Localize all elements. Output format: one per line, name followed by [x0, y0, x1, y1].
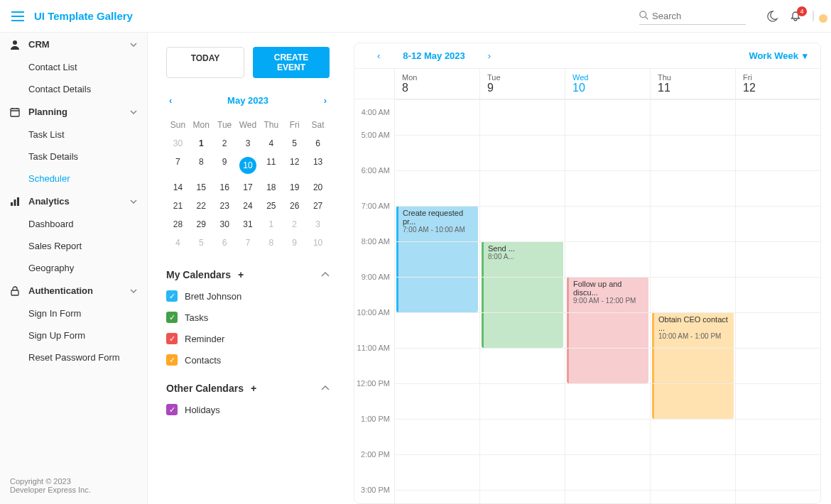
event[interactable]: Follow up and discu...9:00 AM - 12:00 PM	[567, 277, 648, 383]
cal-day[interactable]: 1	[190, 134, 213, 153]
avatar[interactable]	[813, 11, 814, 21]
cal-prev-icon[interactable]: ‹	[166, 92, 175, 109]
event[interactable]: Create requested pr...7:00 AM - 10:00 AM	[396, 206, 478, 312]
nav-item[interactable]: Reset Password Form	[0, 346, 147, 368]
calendar-item[interactable]: ✓Reminder	[166, 333, 330, 344]
day-column[interactable]: Create requested pr...7:00 AM - 10:00 AM	[394, 99, 479, 503]
collapse-othercal-icon[interactable]	[321, 385, 330, 391]
checkbox-icon[interactable]: ✓	[166, 290, 178, 302]
sched-range[interactable]: 8-12 May 2023	[403, 50, 465, 61]
cal-day[interactable]: 4	[259, 134, 283, 153]
cal-day[interactable]: 8	[259, 234, 283, 252]
search-box[interactable]	[639, 8, 746, 25]
cal-day[interactable]: 6	[213, 234, 237, 252]
nav-item[interactable]: Sign Up Form	[0, 324, 147, 346]
cal-day[interactable]: 25	[259, 197, 283, 215]
calendar-item[interactable]: ✓Brett Johnson	[166, 290, 330, 302]
cal-day[interactable]: 20	[306, 178, 330, 197]
cal-day[interactable]: 2	[283, 215, 306, 234]
cal-day[interactable]: 8	[190, 153, 213, 178]
nav-item[interactable]: Sign In Form	[0, 302, 147, 324]
cal-day[interactable]: 27	[306, 197, 330, 215]
cal-day[interactable]: 4	[166, 234, 190, 252]
event[interactable]: Send ...8:00 A...	[482, 241, 563, 348]
cal-day[interactable]: 9	[213, 153, 237, 178]
nav-item[interactable]: Dashboard	[0, 213, 147, 235]
cal-day[interactable]: 30	[213, 215, 237, 234]
nav-section-authentication[interactable]: Authentication	[0, 279, 147, 302]
nav-item[interactable]: Task List	[0, 124, 147, 146]
day-header[interactable]: Tue9	[479, 69, 565, 99]
cal-day[interactable]: 2	[213, 134, 237, 153]
cal-day[interactable]: 5	[190, 234, 213, 252]
day-header[interactable]: Thu11	[650, 69, 735, 99]
cal-day[interactable]: 10	[237, 153, 260, 178]
cal-month[interactable]: May 2023	[227, 95, 268, 106]
nav-item[interactable]: Contact List	[0, 56, 147, 78]
nav-section-planning[interactable]: Planning	[0, 100, 147, 124]
checkbox-icon[interactable]: ✓	[166, 354, 178, 366]
day-column[interactable]	[735, 99, 820, 503]
bell-icon[interactable]: 4	[790, 11, 801, 22]
nav-item[interactable]: Sales Report	[0, 235, 147, 257]
nav-section-crm[interactable]: CRM	[0, 33, 147, 56]
checkbox-icon[interactable]: ✓	[166, 312, 178, 323]
app-title[interactable]: UI Template Gallery	[34, 10, 133, 22]
calendar-item[interactable]: ✓Contacts	[166, 354, 330, 366]
day-header[interactable]: Fri12	[735, 69, 820, 99]
cal-day[interactable]: 22	[190, 197, 213, 215]
cal-day[interactable]: 26	[283, 197, 306, 215]
day-column[interactable]: Send ...8:00 A...	[479, 99, 565, 503]
cal-day[interactable]: 19	[283, 178, 306, 197]
add-calendar-icon[interactable]: +	[238, 269, 244, 280]
cal-day[interactable]: 1	[259, 215, 283, 234]
cal-day[interactable]: 5	[283, 134, 306, 153]
view-selector[interactable]: Work Week ▾	[749, 50, 808, 61]
cal-day[interactable]: 18	[259, 178, 283, 197]
event[interactable]: Obtain CEO contact ...10:00 AM - 1:00 PM	[652, 312, 734, 419]
nav-item[interactable]: Task Details	[0, 146, 147, 168]
cal-day[interactable]: 24	[237, 197, 260, 215]
nav-item[interactable]: Contact Details	[0, 78, 147, 100]
menu-icon[interactable]	[11, 11, 24, 21]
day-header[interactable]: Mon8	[394, 69, 479, 99]
cal-day[interactable]: 13	[306, 153, 330, 178]
cal-day[interactable]: 15	[190, 178, 213, 197]
cal-day[interactable]: 16	[213, 178, 237, 197]
cal-day[interactable]: 7	[166, 153, 190, 178]
dark-mode-icon[interactable]	[767, 11, 778, 22]
cal-day[interactable]: 17	[237, 178, 260, 197]
create-event-button[interactable]: CREATE EVENT	[253, 47, 330, 78]
cal-day[interactable]: 14	[166, 178, 190, 197]
cal-day[interactable]: 30	[166, 134, 190, 153]
nav-item[interactable]: Scheduler	[0, 168, 147, 190]
cal-day[interactable]: 21	[166, 197, 190, 215]
cal-day[interactable]: 10	[306, 234, 330, 252]
cal-day[interactable]: 12	[283, 153, 306, 178]
cal-day[interactable]: 6	[306, 134, 330, 153]
cal-day[interactable]: 3	[237, 134, 260, 153]
cal-day[interactable]: 3	[306, 215, 330, 234]
today-button[interactable]: TODAY	[166, 47, 244, 78]
cal-day[interactable]: 29	[190, 215, 213, 234]
cal-next-icon[interactable]: ›	[321, 92, 330, 109]
nav-section-analytics[interactable]: Analytics	[0, 190, 147, 213]
day-column[interactable]: Obtain CEO contact ...10:00 AM - 1:00 PM	[650, 99, 735, 503]
cal-day[interactable]: 31	[237, 215, 260, 234]
search-input[interactable]	[649, 8, 746, 24]
nav-item[interactable]: Geography	[0, 257, 147, 279]
cal-day[interactable]: 11	[259, 153, 283, 178]
cal-day[interactable]: 23	[213, 197, 237, 215]
cal-day[interactable]: 28	[166, 215, 190, 234]
calendar-item[interactable]: ✓Tasks	[166, 312, 330, 323]
sched-next-icon[interactable]: ›	[478, 50, 501, 61]
collapse-mycal-icon[interactable]	[321, 272, 330, 278]
checkbox-icon[interactable]: ✓	[166, 333, 178, 344]
day-header[interactable]: Wed10	[565, 69, 650, 99]
checkbox-icon[interactable]: ✓	[166, 404, 178, 415]
add-other-calendar-icon[interactable]: +	[251, 383, 256, 394]
sched-prev-icon[interactable]: ‹	[367, 50, 390, 61]
cal-day[interactable]: 9	[283, 234, 306, 252]
day-column[interactable]: Follow up and discu...9:00 AM - 12:00 PM	[565, 99, 650, 503]
cal-day[interactable]: 7	[237, 234, 260, 252]
